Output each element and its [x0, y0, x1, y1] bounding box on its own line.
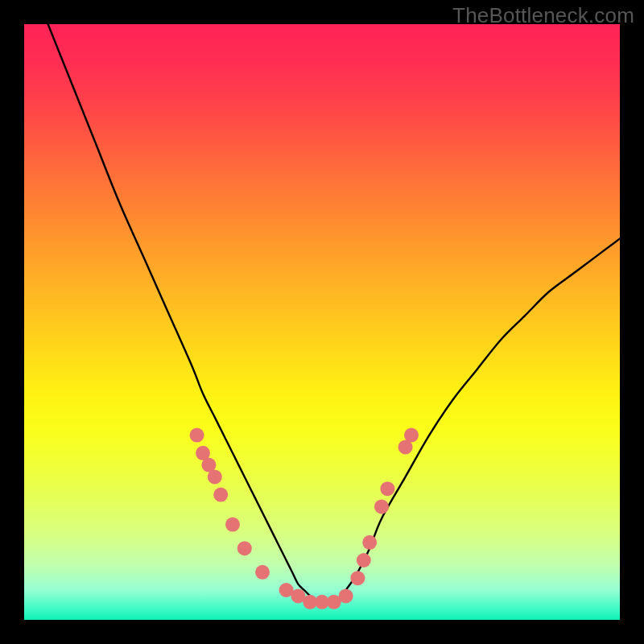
marker-dot	[255, 565, 270, 580]
marker-dot	[350, 571, 365, 585]
marker-dot	[237, 541, 252, 555]
watermark-text: TheBottleneck.com	[452, 3, 634, 28]
marker-dot	[380, 481, 394, 496]
marker-dots	[190, 428, 419, 609]
bottleneck-curve	[48, 24, 620, 603]
marker-dot	[357, 553, 371, 568]
marker-dot	[404, 428, 419, 443]
marker-dot	[208, 469, 222, 484]
marker-dot	[339, 588, 353, 603]
marker-dot	[213, 488, 228, 502]
marker-dot	[225, 518, 240, 532]
plot-area	[24, 24, 620, 620]
chart-overlay	[24, 24, 620, 620]
marker-dot	[374, 499, 389, 514]
marker-dot	[190, 428, 204, 443]
marker-dot	[362, 535, 377, 550]
chart-container: TheBottleneck.com	[0, 0, 644, 644]
